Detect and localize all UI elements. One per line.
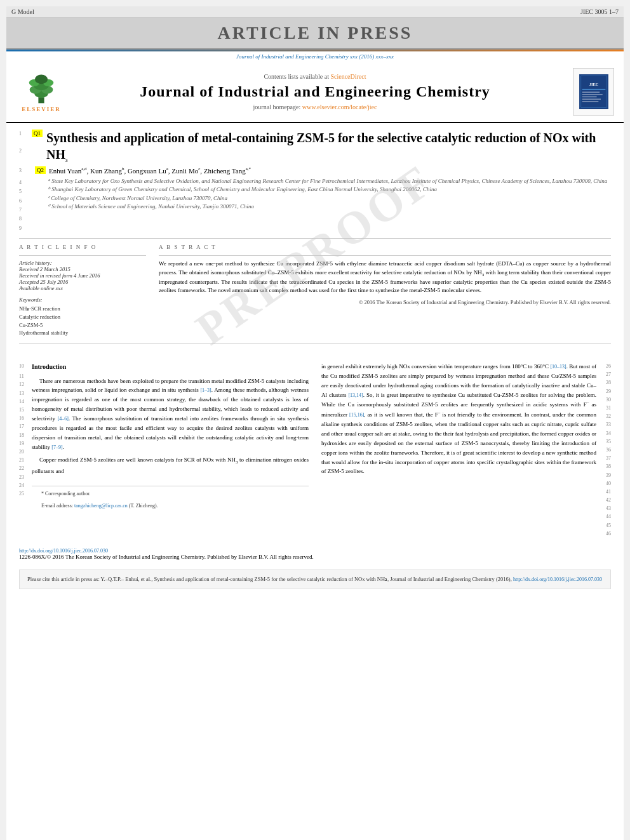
- affiliations: ᵃ State Key Laboratory for Oxo Synthesis…: [48, 177, 607, 228]
- contents-line: Contents lists available at ScienceDirec…: [73, 73, 557, 80]
- body-col-left: 10 11 12 13 14 15 16 17 18 19 20 21 22: [19, 362, 309, 538]
- journal-logo-right: JIEC: [563, 68, 614, 116]
- ref-15-16[interactable]: [15,16]: [349, 412, 364, 418]
- ref-10-13[interactable]: [10–13]: [550, 364, 566, 370]
- svg-rect-12: [582, 92, 600, 93]
- issn-text: 1226-086X/© 2016 The Korean Society of I…: [19, 554, 314, 560]
- elsevier-tree-icon: [22, 71, 60, 106]
- svg-rect-0: [38, 97, 44, 103]
- keywords-section: Keywords: NH₃-SCR reaction Catalytic red…: [19, 297, 146, 337]
- ref-4-6[interactable]: [4–6]: [58, 416, 69, 422]
- svg-rect-15: [582, 99, 600, 100]
- page: G Model JIEC 3005 1–7 ARTICLE IN PRESS J…: [6, 6, 624, 840]
- abstract-text: We reported a new one-pot method to synt…: [159, 260, 611, 295]
- body-para-2: Copper modified ZSM-5 zeolites are well …: [32, 455, 309, 476]
- intro-heading: Introduction: [32, 362, 309, 373]
- elsevier-logo: ELSEVIER: [16, 71, 67, 112]
- journal-center: Contents lists available at ScienceDirec…: [73, 73, 557, 110]
- doi-section: http://dx.doi.org/10.1016/j.jiec.2016.07…: [6, 544, 624, 563]
- ref-1-3[interactable]: [1–3]: [200, 387, 211, 393]
- svg-text:JIEC: JIEC: [589, 82, 598, 86]
- journal-info-line: Journal of Industrial and Engineering Ch…: [6, 51, 624, 62]
- svg-rect-14: [582, 97, 596, 97]
- article-in-press-banner: ARTICLE IN PRESS: [6, 18, 624, 50]
- journal-header: ELSEVIER Contents lists available at Sci…: [6, 62, 624, 123]
- svg-rect-13: [582, 94, 602, 95]
- divider-1: [19, 238, 611, 239]
- body-col-right: in general exhibit extremely high NOx co…: [321, 362, 611, 538]
- citation-box: Please cite this article in press as: Y.…: [19, 570, 611, 589]
- article-info-panel: A R T I C L E I N F O Article history: R…: [19, 244, 146, 337]
- q2-badge: Q2: [35, 166, 46, 174]
- right-para-1: in general exhibit extremely high NOx co…: [321, 362, 596, 476]
- abstract-panel: A B S T R A C T We reported a new one-po…: [159, 244, 611, 337]
- body-section: 10 11 12 13 14 15 16 17 18 19 20 21 22: [6, 356, 624, 544]
- journal-homepage: journal homepage: www.elsevier.com/locat…: [73, 103, 557, 110]
- title-line-numbers: 1 2: [19, 130, 29, 154]
- author-email[interactable]: tangzhicheng@licp.cas.cn: [74, 503, 128, 509]
- q2-line-number: 3: [19, 168, 22, 173]
- body-para-1: There are numerous methods have been exp…: [32, 377, 309, 452]
- journal-cover-icon: JIEC: [578, 74, 610, 109]
- authors-list: Enhui Yuana,d, Kun Zhangb, Gongxuan Lua,…: [49, 166, 251, 175]
- citation-text: Please cite this article in press as: Y.…: [27, 576, 512, 582]
- journal-code: JIEC 3005 1–7: [580, 8, 619, 15]
- svg-rect-16: [582, 101, 598, 102]
- model-label: G Model: [11, 8, 34, 15]
- copyright-text: © 2016 The Korean Society of Industrial …: [159, 299, 611, 305]
- divider-2: [19, 343, 611, 344]
- svg-rect-11: [582, 89, 605, 90]
- footnote: * Corresponding author. E-mail address: …: [32, 486, 309, 510]
- doi-link[interactable]: http://dx.doi.org/10.1016/j.jiec.2016.07…: [19, 548, 108, 554]
- article-history: Article history: Received 2 March 2015 R…: [19, 260, 146, 291]
- elsevier-label: ELSEVIER: [22, 106, 61, 112]
- journal-logo-box: JIEC: [573, 68, 614, 116]
- citation-link[interactable]: http://dx.doi.org/10.1016/j.jiec.2016.07…: [513, 577, 602, 582]
- q1-badge: Q1: [32, 130, 43, 137]
- homepage-url[interactable]: www.elsevier.com/locate/jiec: [302, 103, 377, 110]
- two-col-body: 10 11 12 13 14 15 16 17 18 19 20 21 22: [19, 362, 611, 538]
- journal-title: Journal of Industrial and Engineering Ch…: [73, 83, 557, 100]
- article-content: 1 2 Q1 Synthesis and application of meta…: [6, 123, 624, 356]
- svg-point-7: [35, 75, 48, 84]
- top-bar: G Model JIEC 3005 1–7: [6, 6, 624, 18]
- sciencedirect-link[interactable]: ScienceDirect: [330, 73, 366, 80]
- article-title: Synthesis and application of metal-conta…: [46, 130, 611, 164]
- info-abstract-section: A R T I C L E I N F O Article history: R…: [19, 244, 611, 337]
- ref-13-14[interactable]: [13,14]: [348, 392, 363, 398]
- corresponding-label: * Corresponding author.: [32, 490, 309, 498]
- ref-7-9[interactable]: [7–9]: [51, 444, 62, 450]
